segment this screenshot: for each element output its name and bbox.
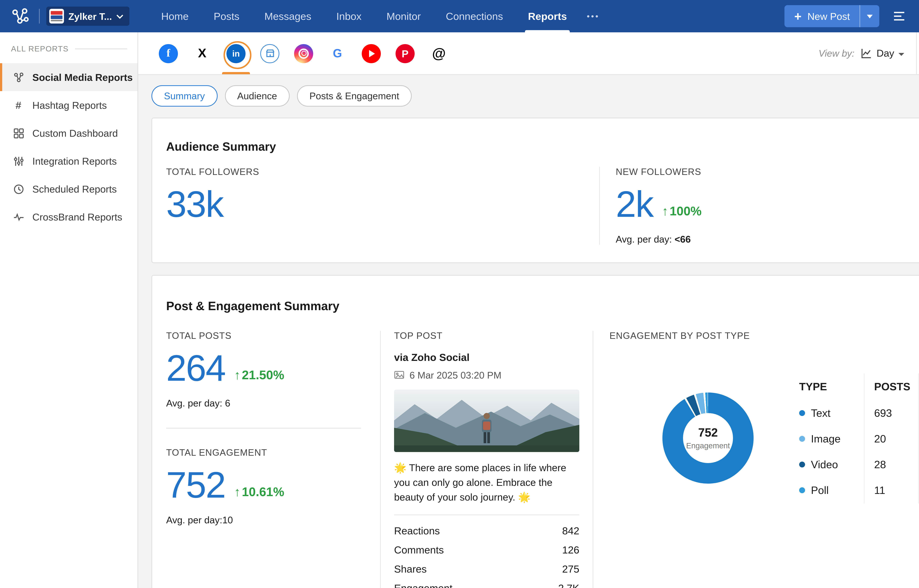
- x-twitter-icon: [193, 44, 212, 63]
- top-post-image[interactable]: [394, 389, 579, 452]
- sidebar-item-hashtag-reports[interactable]: Hashtag Reports: [0, 91, 137, 119]
- nav-item-posts[interactable]: Posts: [201, 0, 252, 32]
- table-header-row: TYPE POSTS POST%: [799, 373, 919, 401]
- top-navbar: Zylker T... Home Posts Messages Inbox Mo…: [0, 0, 919, 32]
- engagement-by-type-column: ENGAGEMENT BY POST TYPE 752 Engagement: [593, 331, 919, 588]
- sidebar-item-scheduled-reports[interactable]: Scheduled Reports: [0, 175, 137, 203]
- stat-row: Engagement2.7K: [394, 578, 579, 588]
- network-tab-instagram[interactable]: [287, 32, 321, 74]
- top-post-column: TOP POST via Zoho Social 6 Mar 2025 03:2…: [380, 331, 593, 588]
- nav-item-home[interactable]: Home: [149, 0, 201, 32]
- social-media-reports-icon: [13, 71, 24, 83]
- sidebar-item-crossbrand-reports[interactable]: CrossBrand Reports: [0, 203, 137, 231]
- sidebar-item-label: Social Media Reports: [32, 72, 133, 83]
- legend-dot-text: [799, 410, 805, 417]
- report-toolbar: View by: Day: [807, 32, 919, 74]
- sidebar-item-label: Custom Dashboard: [32, 128, 118, 139]
- tab-posts-engagement[interactable]: Posts & Engagement: [297, 85, 412, 107]
- audience-summary-title: Audience Summary: [166, 141, 919, 154]
- posts-stats-column: TOTAL POSTS 264 21.50% Avg. per day: 6 T: [166, 331, 380, 525]
- brand-selector[interactable]: Zylker T...: [46, 6, 129, 26]
- network-tab-youtube[interactable]: [354, 32, 388, 74]
- queue-icon[interactable]: [892, 9, 906, 24]
- network-tab-pinterest[interactable]: [388, 32, 422, 74]
- google-icon: [328, 44, 347, 63]
- app-window: Zylker T... Home Posts Messages Inbox Mo…: [0, 0, 919, 588]
- google-my-business-icon: [260, 44, 279, 63]
- nav-item-messages[interactable]: Messages: [252, 0, 324, 32]
- total-followers-value: 33k: [166, 186, 599, 223]
- nav-item-inbox[interactable]: Inbox: [324, 0, 374, 32]
- post-type-table: TYPE POSTS POST% Text 693 11: [799, 373, 919, 504]
- engagement-by-type-label: ENGAGEMENT BY POST TYPE: [609, 331, 919, 341]
- network-tab-x[interactable]: [185, 32, 219, 74]
- total-posts-avg: Avg. per day: 6: [166, 397, 361, 409]
- new-followers-avg: Avg. per day: <66: [616, 234, 919, 245]
- brand-logo: [49, 9, 64, 24]
- nav-item-reports[interactable]: Reports: [515, 0, 580, 32]
- zoho-social-logo-icon[interactable]: [10, 6, 29, 26]
- nav-item-connections[interactable]: Connections: [433, 0, 515, 32]
- table-row: Video 28 28: [799, 452, 919, 478]
- report-tabs: Summary Audience Posts & Engagement: [152, 85, 919, 107]
- post-engagement-card: Post & Engagement Summary TOTAL POSTS 26…: [152, 275, 919, 588]
- date-range-selector[interactable]: Last 30 Days: [917, 32, 919, 74]
- total-followers-block: TOTAL FOLLOWERS 33k: [166, 167, 599, 245]
- total-posts-change: 21.50%: [234, 368, 284, 383]
- legend-dot-video: [799, 462, 805, 468]
- network-tab-google-my-business[interactable]: [253, 32, 287, 74]
- donut-center-value: 752: [698, 426, 718, 440]
- network-tab-linkedin[interactable]: [219, 32, 253, 74]
- plus-icon: [794, 10, 801, 23]
- sidebar-item-label: Integration Reports: [32, 155, 117, 166]
- stat-row: Reactions842: [394, 521, 579, 540]
- new-post-dropdown-button[interactable]: [859, 5, 879, 27]
- dashboard-grid-icon: [13, 127, 24, 139]
- top-post-source: via Zoho Social: [394, 351, 579, 363]
- main-nav: Home Posts Messages Inbox Monitor Connec…: [149, 0, 607, 32]
- nav-item-monitor[interactable]: Monitor: [374, 0, 433, 32]
- increase-arrow-icon: [234, 368, 241, 383]
- divider: [166, 428, 361, 428]
- increase-arrow-icon: [234, 485, 241, 500]
- new-post-button[interactable]: New Post: [785, 5, 879, 27]
- divider: [39, 9, 40, 24]
- sidebar-item-custom-dashboard[interactable]: Custom Dashboard: [0, 119, 137, 147]
- network-bar: View by: Day: [138, 32, 919, 75]
- brand-name: Zylker T...: [68, 11, 112, 22]
- main-area: View by: Day: [138, 32, 919, 588]
- nav-more-icon[interactable]: [579, 0, 607, 32]
- audience-summary-card: Audience Summary TOTAL FOLLOWERS 33k NEW…: [152, 118, 919, 263]
- network-tab-threads[interactable]: [422, 32, 456, 74]
- sliders-icon: [13, 155, 24, 167]
- legend-dot-image: [799, 436, 805, 442]
- clock-icon: [13, 183, 24, 195]
- view-by-label: View by:: [819, 48, 854, 59]
- sidebar-item-integration-reports[interactable]: Integration Reports: [0, 147, 137, 175]
- network-tabs: [152, 32, 456, 74]
- top-post-caption: 🌟 There are some places in life where yo…: [394, 461, 579, 506]
- view-by-selector[interactable]: Day: [861, 48, 904, 59]
- new-followers-block: NEW FOLLOWERS 2k 100% Avg. per day: <66: [599, 167, 919, 245]
- threads-icon: [430, 44, 449, 63]
- sidebar-item-social-media-reports[interactable]: Social Media Reports: [0, 63, 137, 91]
- total-engagement-change: 10.61%: [234, 485, 284, 500]
- network-tab-google[interactable]: [321, 32, 354, 74]
- tab-summary[interactable]: Summary: [152, 85, 217, 107]
- table-row: Text 693 11: [799, 401, 919, 426]
- topbar-actions: New Post: [785, 5, 919, 27]
- pulse-wave-icon: [13, 211, 24, 223]
- new-followers-label: NEW FOLLOWERS: [616, 167, 919, 177]
- legend-dot-poll: [799, 488, 805, 494]
- top-post-date: 6 Mar 2025 03:20 PM: [410, 370, 501, 381]
- sidebar-header: ALL REPORTS: [0, 44, 137, 53]
- stat-row: Comments126: [394, 540, 579, 559]
- network-tab-facebook[interactable]: [152, 32, 185, 74]
- engagement-donut-chart[interactable]: 752 Engagement: [662, 393, 754, 484]
- total-engagement-avg: Avg. per day:10: [166, 515, 361, 525]
- total-posts-label: TOTAL POSTS: [166, 331, 361, 341]
- linkedin-icon: [226, 44, 245, 63]
- tab-audience[interactable]: Audience: [225, 85, 290, 107]
- new-followers-change: 100%: [662, 205, 702, 219]
- chevron-down-icon: [899, 53, 904, 55]
